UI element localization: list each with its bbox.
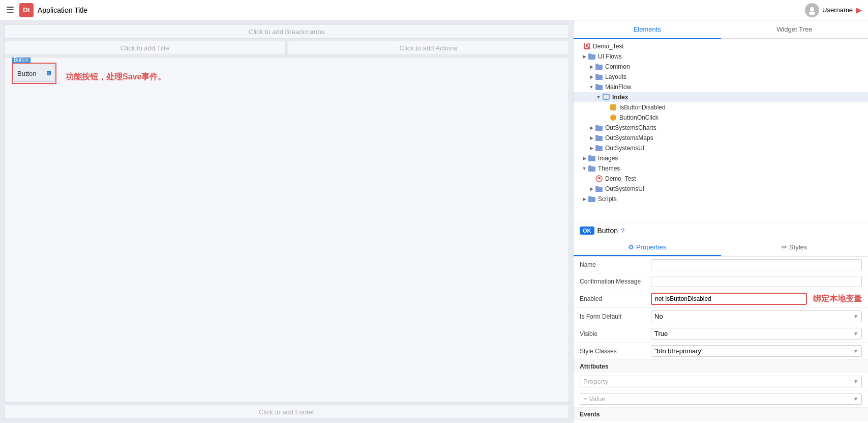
screen-icon [602, 93, 610, 101]
visible-select[interactable]: True ▼ [651, 328, 862, 340]
tree-item-outsystemsmaps[interactable]: ▶ OutSystemsMaps [574, 133, 868, 143]
tree-item-layouts[interactable]: ▶ Layouts [574, 72, 868, 82]
canvas-content: Button Button 功能按钮，处理Save事件。 [4, 57, 569, 403]
tree-item-label: UI Flows [598, 53, 622, 60]
tree-item-outsystemscharts[interactable]: ▶ OutSystemsCharts [574, 123, 868, 133]
tree-item-label: Images [598, 155, 618, 162]
events-header: Events [574, 408, 868, 421]
prop-row-name: Name [574, 257, 868, 273]
tree-arrow: ▶ [581, 54, 588, 59]
title-bar[interactable]: Click to add Title [4, 41, 286, 55]
canvas-area: Click to add Breadcrumbs Click to add Ti… [0, 20, 573, 423]
button-widget-container[interactable]: Button Button [12, 63, 56, 84]
tree-arrow: ▶ [581, 196, 588, 202]
prop-label-form-default: Is Form Default [580, 313, 651, 320]
tree-item-label: OutSystemsMaps [605, 134, 653, 142]
prop-value-style-classes: "btn btn-primary" ▼ [651, 345, 862, 357]
tab-styles[interactable]: ✏ Styles [721, 239, 869, 256]
actions-placeholder: Click to add Actions [400, 44, 457, 52]
tree-item-outsystemsui-flows[interactable]: ▶ OutSystemsUI [574, 143, 868, 153]
help-icon[interactable]: ? [621, 227, 624, 235]
svg-rect-4 [603, 94, 609, 99]
tree-arrow: ▶ [588, 64, 595, 69]
tree-item-mainflow[interactable]: ▼ MainFlow [574, 82, 868, 92]
tab-elements[interactable]: Elements [574, 20, 721, 39]
breadcrumb-bar[interactable]: Click to add Breadcrumbs [4, 24, 569, 39]
button-widget-handle[interactable] [47, 71, 51, 75]
avatar [805, 3, 819, 17]
tree-item-index[interactable]: ▼ Index [574, 92, 868, 102]
breadcrumb-placeholder: Click to add Breadcrumbs [249, 28, 324, 36]
tree-item-ui-flows[interactable]: ▶ UI Flows [574, 51, 868, 62]
style-classes-select[interactable]: "btn btn-primary" ▼ [651, 345, 862, 357]
footer-bar[interactable]: Click to add Footer [4, 405, 569, 419]
folder-icon [588, 195, 596, 203]
tree-item-label: Layouts [605, 73, 626, 80]
svg-text:D: D [584, 43, 589, 49]
tree-item-theme-demo[interactable]: Demo_Test [574, 174, 868, 184]
value-select[interactable]: = Value ▼ [580, 393, 862, 405]
tree-item-label: Index [612, 94, 628, 101]
tree-item-scripts[interactable]: ▶ Scripts [574, 194, 868, 204]
tree-area: D Demo_Test ▶ UI Flows ▶ Common [574, 39, 868, 222]
prop-row-visible: Visible True ▼ [574, 325, 868, 343]
ok-badge: OK [580, 227, 594, 235]
name-input[interactable] [651, 259, 862, 270]
folder-icon [595, 124, 603, 132]
tree-item-buttononclick[interactable]: ButtonOnClick [574, 112, 868, 123]
menu-icon[interactable]: ☰ [6, 5, 14, 16]
folder-icon [588, 52, 596, 61]
folder-icon [595, 83, 603, 91]
tree-item-label: OutSystemsCharts [605, 124, 656, 131]
prop-row-confirmation: Confirmation Message [574, 273, 868, 290]
folder-icon [595, 134, 603, 142]
button-widget-text: Button [17, 70, 37, 77]
prop-value-form-default: No ▼ [651, 311, 862, 322]
enabled-input[interactable] [651, 293, 807, 305]
button-widget[interactable]: Button [14, 65, 54, 82]
prop-value-name [651, 259, 862, 270]
chevron-down-icon: ▼ [853, 331, 858, 336]
tab-widget-tree[interactable]: Widget Tree [721, 20, 869, 38]
confirmation-input[interactable] [651, 276, 862, 287]
prop-row-enabled: Enabled 绑定本地变量 [574, 290, 868, 308]
tree-arrow: ▶ [588, 186, 595, 191]
tree-item-themes[interactable]: ▼ Themes [574, 163, 868, 174]
tree-item-label: MainFlow [605, 83, 631, 91]
title-actions-bar: Click to add Title Click to add Actions [4, 41, 569, 55]
tree-item-images[interactable]: ▶ Images [574, 153, 868, 163]
logout-icon[interactable]: ▶ [856, 5, 862, 15]
tree-item-isbuttondisabled[interactable]: IsButtonDisabled [574, 102, 868, 112]
tree-arrow: ▶ [588, 146, 595, 151]
tree-arrow: ▶ [588, 135, 595, 140]
variable-icon [609, 103, 617, 111]
tree-item-label: ButtonOnClick [619, 114, 659, 121]
widget-name-label: Button [597, 227, 618, 235]
tree-item-outsystemsui-theme[interactable]: ▶ OutSystemsUI [574, 184, 868, 194]
prop-label-style-classes: Style Classes [580, 348, 651, 355]
canvas-annotation: 功能按钮，处理Save事件。 [66, 72, 166, 82]
property-select[interactable]: Property ▼ [580, 376, 862, 387]
tree-arrow: ▼ [581, 166, 588, 171]
app-icon: D [583, 42, 591, 50]
svg-point-0 [810, 7, 814, 11]
prop-label-enabled: Enabled [580, 295, 651, 302]
tree-item-demo-test[interactable]: D Demo_Test [574, 41, 868, 51]
prop-row-onclick: On Click ButtonOnClick [574, 421, 868, 423]
button-widget-tag: Button [12, 57, 31, 63]
tab-properties[interactable]: ⚙ Properties [574, 239, 721, 256]
chevron-down-icon: ▼ [853, 348, 858, 354]
form-default-select[interactable]: No ▼ [651, 311, 862, 322]
folder-icon [595, 73, 603, 81]
actions-bar[interactable]: Click to add Actions [288, 41, 570, 55]
widget-header-row: OK Button ? [574, 222, 868, 239]
topbar: ☰ Dt Application Title Username ▶ [0, 0, 868, 20]
app-title: Application Title [38, 6, 805, 14]
props-tabs: ⚙ Properties ✏ Styles [574, 239, 868, 257]
tree-item-label: IsButtonDisabled [619, 104, 666, 111]
folder-icon [588, 164, 596, 173]
title-placeholder: Click to add Title [121, 44, 169, 52]
theme-icon [595, 175, 603, 183]
tree-item-common[interactable]: ▶ Common [574, 62, 868, 72]
footer-placeholder: Click to add Footer [259, 408, 314, 416]
